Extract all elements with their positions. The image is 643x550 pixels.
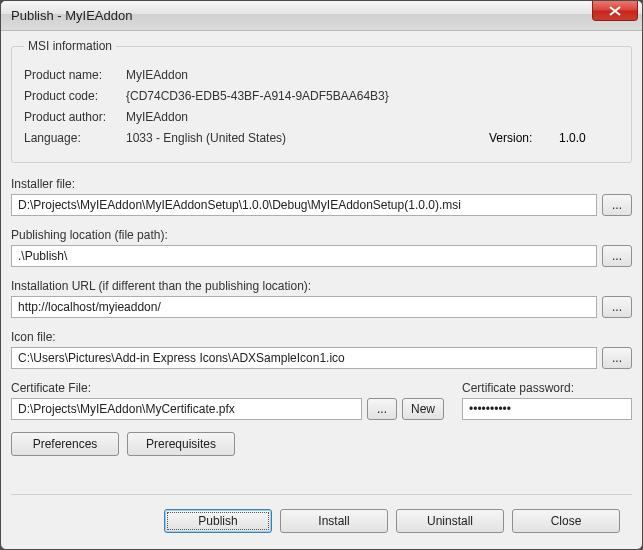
close-dialog-button[interactable]: Close [512,509,620,533]
product-author-value: MyIEAddon [126,110,188,124]
client-area: MSI information Product name: MyIEAddon … [1,31,642,549]
installation-url-input[interactable] [11,296,597,318]
publish-button[interactable]: Publish [164,509,272,533]
installer-file-block: Installer file: ... [11,177,632,216]
installation-url-label: Installation URL (if different than the … [11,279,632,293]
installation-url-browse-button[interactable]: ... [602,296,632,318]
titlebar: Publish - MyIEAddon [1,1,642,31]
certificate-file-browse-button[interactable]: ... [367,398,397,420]
preferences-button[interactable]: Preferences [11,432,119,456]
uninstall-button[interactable]: Uninstall [396,509,504,533]
product-code-label: Product code: [24,89,126,103]
footer-buttons: Publish Install Uninstall Close [11,494,632,539]
publishing-location-block: Publishing location (file path): ... [11,228,632,267]
row-product-author: Product author: MyIEAddon [24,110,619,124]
msi-legend: MSI information [24,39,116,53]
publishing-location-input[interactable] [11,245,597,267]
certificate-file-label: Certificate File: [11,381,444,395]
close-button[interactable] [592,1,638,21]
certificate-new-button[interactable]: New [402,398,444,420]
version-value: 1.0.0 [559,131,619,145]
certificate-block: Certificate File: ... New Certificate pa… [11,381,632,420]
publishing-location-browse-button[interactable]: ... [602,245,632,267]
install-button[interactable]: Install [280,509,388,533]
prerequisites-button[interactable]: Prerequisites [127,432,235,456]
product-code-value: {CD74CD36-EDB5-43BF-A914-9ADF5BAA64B3} [126,89,389,103]
close-icon [609,6,621,16]
secondary-buttons: Preferences Prerequisites [11,432,632,456]
publishing-location-label: Publishing location (file path): [11,228,632,242]
installer-file-label: Installer file: [11,177,632,191]
dialog-window: Publish - MyIEAddon MSI information Prod… [0,0,643,550]
installation-url-block: Installation URL (if different than the … [11,279,632,318]
window-title: Publish - MyIEAddon [7,8,132,23]
product-name-value: MyIEAddon [126,68,188,82]
product-name-label: Product name: [24,68,126,82]
product-author-label: Product author: [24,110,126,124]
certificate-password-input[interactable] [462,398,632,420]
row-language-version: Language: 1033 - English (United States)… [24,131,619,145]
row-product-code: Product code: {CD74CD36-EDB5-43BF-A914-9… [24,89,619,103]
version-label: Version: [489,131,559,145]
language-value: 1033 - English (United States) [126,131,286,145]
icon-file-input[interactable] [11,347,597,369]
installer-file-browse-button[interactable]: ... [602,194,632,216]
certificate-file-input[interactable] [11,398,362,420]
msi-information-group: MSI information Product name: MyIEAddon … [11,39,632,163]
certificate-password-label: Certificate password: [462,381,632,395]
installer-file-input[interactable] [11,194,597,216]
icon-file-browse-button[interactable]: ... [602,347,632,369]
icon-file-label: Icon file: [11,330,632,344]
language-label: Language: [24,131,126,145]
row-product-name: Product name: MyIEAddon [24,68,619,82]
icon-file-block: Icon file: ... [11,330,632,369]
